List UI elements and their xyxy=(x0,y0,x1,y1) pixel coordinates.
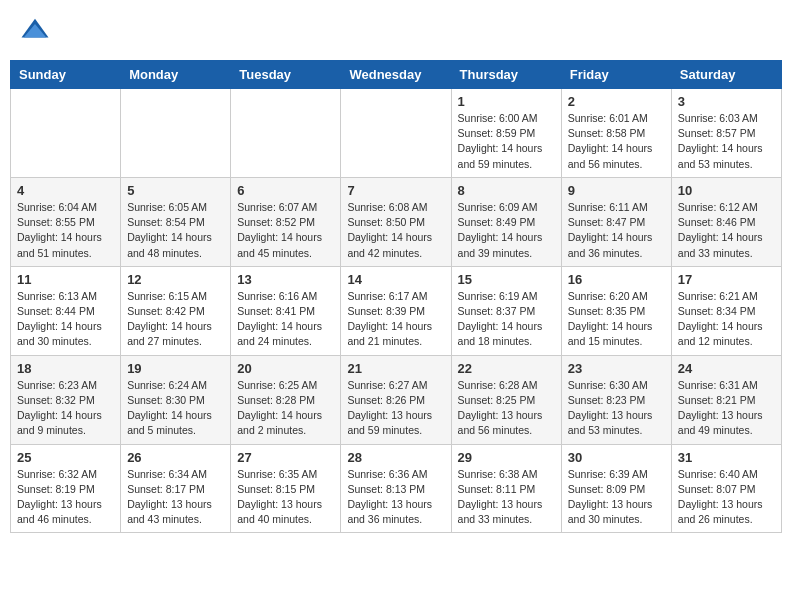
day-info: Sunrise: 6:32 AM Sunset: 8:19 PM Dayligh… xyxy=(17,467,114,528)
calendar-week-row: 4Sunrise: 6:04 AM Sunset: 8:55 PM Daylig… xyxy=(11,177,782,266)
day-info: Sunrise: 6:16 AM Sunset: 8:41 PM Dayligh… xyxy=(237,289,334,350)
day-info: Sunrise: 6:20 AM Sunset: 8:35 PM Dayligh… xyxy=(568,289,665,350)
calendar-day-header: Saturday xyxy=(671,61,781,89)
page-header xyxy=(10,10,782,50)
calendar-header-row: SundayMondayTuesdayWednesdayThursdayFrid… xyxy=(11,61,782,89)
day-number: 9 xyxy=(568,183,665,198)
day-info: Sunrise: 6:08 AM Sunset: 8:50 PM Dayligh… xyxy=(347,200,444,261)
day-number: 16 xyxy=(568,272,665,287)
calendar-cell: 2Sunrise: 6:01 AM Sunset: 8:58 PM Daylig… xyxy=(561,89,671,178)
calendar-cell: 24Sunrise: 6:31 AM Sunset: 8:21 PM Dayli… xyxy=(671,355,781,444)
calendar-cell xyxy=(341,89,451,178)
calendar-day-header: Tuesday xyxy=(231,61,341,89)
day-number: 23 xyxy=(568,361,665,376)
day-info: Sunrise: 6:34 AM Sunset: 8:17 PM Dayligh… xyxy=(127,467,224,528)
calendar-cell: 11Sunrise: 6:13 AM Sunset: 8:44 PM Dayli… xyxy=(11,266,121,355)
day-number: 31 xyxy=(678,450,775,465)
calendar-cell: 23Sunrise: 6:30 AM Sunset: 8:23 PM Dayli… xyxy=(561,355,671,444)
calendar-cell: 30Sunrise: 6:39 AM Sunset: 8:09 PM Dayli… xyxy=(561,444,671,533)
calendar-cell: 4Sunrise: 6:04 AM Sunset: 8:55 PM Daylig… xyxy=(11,177,121,266)
calendar-cell: 29Sunrise: 6:38 AM Sunset: 8:11 PM Dayli… xyxy=(451,444,561,533)
calendar-cell: 18Sunrise: 6:23 AM Sunset: 8:32 PM Dayli… xyxy=(11,355,121,444)
day-info: Sunrise: 6:11 AM Sunset: 8:47 PM Dayligh… xyxy=(568,200,665,261)
calendar-cell: 5Sunrise: 6:05 AM Sunset: 8:54 PM Daylig… xyxy=(121,177,231,266)
day-info: Sunrise: 6:24 AM Sunset: 8:30 PM Dayligh… xyxy=(127,378,224,439)
logo xyxy=(20,15,52,45)
day-number: 24 xyxy=(678,361,775,376)
day-info: Sunrise: 6:36 AM Sunset: 8:13 PM Dayligh… xyxy=(347,467,444,528)
calendar-week-row: 1Sunrise: 6:00 AM Sunset: 8:59 PM Daylig… xyxy=(11,89,782,178)
day-number: 13 xyxy=(237,272,334,287)
calendar-cell: 27Sunrise: 6:35 AM Sunset: 8:15 PM Dayli… xyxy=(231,444,341,533)
day-info: Sunrise: 6:25 AM Sunset: 8:28 PM Dayligh… xyxy=(237,378,334,439)
day-number: 17 xyxy=(678,272,775,287)
calendar-cell: 12Sunrise: 6:15 AM Sunset: 8:42 PM Dayli… xyxy=(121,266,231,355)
calendar-cell: 10Sunrise: 6:12 AM Sunset: 8:46 PM Dayli… xyxy=(671,177,781,266)
day-number: 21 xyxy=(347,361,444,376)
day-info: Sunrise: 6:05 AM Sunset: 8:54 PM Dayligh… xyxy=(127,200,224,261)
calendar-cell: 16Sunrise: 6:20 AM Sunset: 8:35 PM Dayli… xyxy=(561,266,671,355)
day-number: 25 xyxy=(17,450,114,465)
calendar-cell: 14Sunrise: 6:17 AM Sunset: 8:39 PM Dayli… xyxy=(341,266,451,355)
day-number: 10 xyxy=(678,183,775,198)
logo-icon xyxy=(20,15,50,45)
day-number: 3 xyxy=(678,94,775,109)
calendar-day-header: Wednesday xyxy=(341,61,451,89)
day-info: Sunrise: 6:27 AM Sunset: 8:26 PM Dayligh… xyxy=(347,378,444,439)
day-number: 5 xyxy=(127,183,224,198)
calendar-cell: 1Sunrise: 6:00 AM Sunset: 8:59 PM Daylig… xyxy=(451,89,561,178)
day-info: Sunrise: 6:21 AM Sunset: 8:34 PM Dayligh… xyxy=(678,289,775,350)
day-info: Sunrise: 6:40 AM Sunset: 8:07 PM Dayligh… xyxy=(678,467,775,528)
calendar-day-header: Sunday xyxy=(11,61,121,89)
day-number: 29 xyxy=(458,450,555,465)
calendar-week-row: 25Sunrise: 6:32 AM Sunset: 8:19 PM Dayli… xyxy=(11,444,782,533)
calendar-cell: 17Sunrise: 6:21 AM Sunset: 8:34 PM Dayli… xyxy=(671,266,781,355)
day-number: 15 xyxy=(458,272,555,287)
calendar-cell: 7Sunrise: 6:08 AM Sunset: 8:50 PM Daylig… xyxy=(341,177,451,266)
day-info: Sunrise: 6:04 AM Sunset: 8:55 PM Dayligh… xyxy=(17,200,114,261)
day-info: Sunrise: 6:17 AM Sunset: 8:39 PM Dayligh… xyxy=(347,289,444,350)
calendar-cell: 15Sunrise: 6:19 AM Sunset: 8:37 PM Dayli… xyxy=(451,266,561,355)
day-number: 1 xyxy=(458,94,555,109)
calendar-cell xyxy=(11,89,121,178)
day-number: 11 xyxy=(17,272,114,287)
day-info: Sunrise: 6:31 AM Sunset: 8:21 PM Dayligh… xyxy=(678,378,775,439)
calendar-cell: 31Sunrise: 6:40 AM Sunset: 8:07 PM Dayli… xyxy=(671,444,781,533)
day-number: 18 xyxy=(17,361,114,376)
calendar-cell: 20Sunrise: 6:25 AM Sunset: 8:28 PM Dayli… xyxy=(231,355,341,444)
calendar-cell xyxy=(121,89,231,178)
day-info: Sunrise: 6:00 AM Sunset: 8:59 PM Dayligh… xyxy=(458,111,555,172)
calendar-cell: 19Sunrise: 6:24 AM Sunset: 8:30 PM Dayli… xyxy=(121,355,231,444)
day-number: 22 xyxy=(458,361,555,376)
day-number: 19 xyxy=(127,361,224,376)
calendar-cell: 3Sunrise: 6:03 AM Sunset: 8:57 PM Daylig… xyxy=(671,89,781,178)
day-info: Sunrise: 6:35 AM Sunset: 8:15 PM Dayligh… xyxy=(237,467,334,528)
calendar-table: SundayMondayTuesdayWednesdayThursdayFrid… xyxy=(10,60,782,533)
day-info: Sunrise: 6:12 AM Sunset: 8:46 PM Dayligh… xyxy=(678,200,775,261)
calendar-cell: 21Sunrise: 6:27 AM Sunset: 8:26 PM Dayli… xyxy=(341,355,451,444)
calendar-week-row: 11Sunrise: 6:13 AM Sunset: 8:44 PM Dayli… xyxy=(11,266,782,355)
day-number: 12 xyxy=(127,272,224,287)
calendar-cell: 28Sunrise: 6:36 AM Sunset: 8:13 PM Dayli… xyxy=(341,444,451,533)
day-info: Sunrise: 6:13 AM Sunset: 8:44 PM Dayligh… xyxy=(17,289,114,350)
day-info: Sunrise: 6:15 AM Sunset: 8:42 PM Dayligh… xyxy=(127,289,224,350)
calendar-day-header: Monday xyxy=(121,61,231,89)
calendar-cell xyxy=(231,89,341,178)
day-info: Sunrise: 6:30 AM Sunset: 8:23 PM Dayligh… xyxy=(568,378,665,439)
day-info: Sunrise: 6:39 AM Sunset: 8:09 PM Dayligh… xyxy=(568,467,665,528)
day-info: Sunrise: 6:28 AM Sunset: 8:25 PM Dayligh… xyxy=(458,378,555,439)
day-number: 6 xyxy=(237,183,334,198)
day-number: 7 xyxy=(347,183,444,198)
day-number: 20 xyxy=(237,361,334,376)
calendar-day-header: Friday xyxy=(561,61,671,89)
day-info: Sunrise: 6:07 AM Sunset: 8:52 PM Dayligh… xyxy=(237,200,334,261)
calendar-cell: 26Sunrise: 6:34 AM Sunset: 8:17 PM Dayli… xyxy=(121,444,231,533)
day-number: 8 xyxy=(458,183,555,198)
calendar-cell: 8Sunrise: 6:09 AM Sunset: 8:49 PM Daylig… xyxy=(451,177,561,266)
calendar-day-header: Thursday xyxy=(451,61,561,89)
day-info: Sunrise: 6:09 AM Sunset: 8:49 PM Dayligh… xyxy=(458,200,555,261)
day-number: 28 xyxy=(347,450,444,465)
calendar-cell: 22Sunrise: 6:28 AM Sunset: 8:25 PM Dayli… xyxy=(451,355,561,444)
calendar-week-row: 18Sunrise: 6:23 AM Sunset: 8:32 PM Dayli… xyxy=(11,355,782,444)
calendar-cell: 6Sunrise: 6:07 AM Sunset: 8:52 PM Daylig… xyxy=(231,177,341,266)
